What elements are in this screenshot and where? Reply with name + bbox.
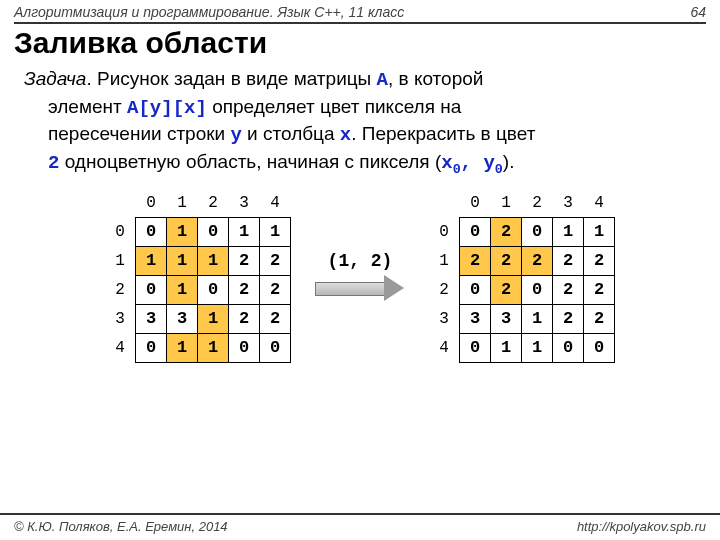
- matrix-left: 01234001011111122201022333122401100: [105, 189, 291, 363]
- matrix-cell: 2: [522, 246, 553, 275]
- matrix-cell: 1: [491, 333, 522, 362]
- col-header: 3: [229, 189, 260, 218]
- page-number: 64: [690, 4, 706, 20]
- col-header: 0: [136, 189, 167, 218]
- row-header: 3: [105, 304, 136, 333]
- matrix-cell: 0: [522, 217, 553, 246]
- col-header: 1: [491, 189, 522, 218]
- arrow-icon: [315, 275, 405, 301]
- matrix-cell: 1: [167, 333, 198, 362]
- row-header: 1: [429, 246, 460, 275]
- matrix-cell: 2: [260, 246, 291, 275]
- matrix-cell: 2: [584, 304, 615, 333]
- matrix-cell: 0: [198, 217, 229, 246]
- matrix-cell: 0: [136, 333, 167, 362]
- start-pixel-label: (1, 2): [328, 251, 393, 271]
- row-header: 2: [105, 275, 136, 304]
- row-header: 4: [105, 333, 136, 362]
- matrix-cell: 3: [491, 304, 522, 333]
- col-header: 1: [167, 189, 198, 218]
- var-y: y: [230, 124, 241, 146]
- matrix-cell: 0: [584, 333, 615, 362]
- matrix-cell: 0: [522, 275, 553, 304]
- matrix-cell: 0: [553, 333, 584, 362]
- page-title: Заливка области: [14, 26, 706, 60]
- matrix-cell: 1: [522, 304, 553, 333]
- matrix-cell: 2: [260, 275, 291, 304]
- matrix-right: 01234002011122222202022333122401100: [429, 189, 615, 363]
- col-header: 2: [522, 189, 553, 218]
- task-lead: Задача: [24, 68, 86, 89]
- task-text: Задача. Рисунок задан в виде матрицы A, …: [24, 66, 696, 179]
- matrix-cell: 2: [553, 304, 584, 333]
- matrix-cell: 2: [491, 275, 522, 304]
- slide-header: Алгоритмизация и программирование. Язык …: [0, 0, 720, 20]
- matrix-cell: 0: [136, 275, 167, 304]
- col-header: 2: [198, 189, 229, 218]
- color-2: 2: [48, 152, 59, 174]
- matrix-cell: 2: [229, 304, 260, 333]
- row-header: 2: [429, 275, 460, 304]
- matrix-cell: 0: [460, 275, 491, 304]
- copyright-label: © К.Ю. Поляков, Е.А. Еремин, 2014: [14, 519, 228, 534]
- matrix-cell: 2: [491, 217, 522, 246]
- matrix-cell: 2: [229, 275, 260, 304]
- var-x: x: [340, 124, 351, 146]
- matrix-cell: 0: [136, 217, 167, 246]
- matrix-cell: 1: [229, 217, 260, 246]
- matrix-cell: 0: [229, 333, 260, 362]
- matrix-cell: 0: [460, 333, 491, 362]
- row-header: 4: [429, 333, 460, 362]
- matrix-cell: 1: [198, 304, 229, 333]
- matrix-cell: 2: [460, 246, 491, 275]
- row-header: 3: [429, 304, 460, 333]
- matrix-cell: 2: [260, 304, 291, 333]
- matrix-cell: 1: [553, 217, 584, 246]
- matrix-cell: 2: [584, 246, 615, 275]
- col-header: 0: [460, 189, 491, 218]
- var-Ayx: A[y][x]: [127, 97, 207, 119]
- matrix-cell: 2: [584, 275, 615, 304]
- row-header: 1: [105, 246, 136, 275]
- matrix-cell: 1: [198, 333, 229, 362]
- col-header: 4: [584, 189, 615, 218]
- matrix-cell: 0: [198, 275, 229, 304]
- matrix-cell: 3: [136, 304, 167, 333]
- transform-arrow-block: (1, 2): [315, 251, 405, 301]
- matrix-cell: 1: [136, 246, 167, 275]
- matrix-cell: 1: [167, 217, 198, 246]
- matrix-cell: 3: [460, 304, 491, 333]
- matrix-cell: 0: [260, 333, 291, 362]
- matrix-cell: 2: [553, 246, 584, 275]
- matrix-cell: 2: [553, 275, 584, 304]
- divider-top: [14, 22, 706, 24]
- matrix-cell: 1: [584, 217, 615, 246]
- matrix-cell: 0: [460, 217, 491, 246]
- var-A: A: [377, 69, 388, 91]
- row-header: 0: [105, 217, 136, 246]
- matrix-cell: 1: [260, 217, 291, 246]
- col-header: 4: [260, 189, 291, 218]
- matrix-cell: 2: [229, 246, 260, 275]
- slide-footer: © К.Ю. Поляков, Е.А. Еремин, 2014 http:/…: [0, 513, 720, 540]
- row-header: 0: [429, 217, 460, 246]
- matrix-cell: 1: [522, 333, 553, 362]
- course-label: Алгоритмизация и программирование. Язык …: [14, 4, 404, 20]
- matrix-cell: 1: [167, 275, 198, 304]
- matrices-area: 01234001011111122201022333122401100 (1, …: [0, 189, 720, 363]
- url-label: http://kpolyakov.spb.ru: [577, 519, 706, 534]
- matrix-cell: 3: [167, 304, 198, 333]
- matrix-cell: 1: [198, 246, 229, 275]
- col-header: 3: [553, 189, 584, 218]
- matrix-cell: 2: [491, 246, 522, 275]
- matrix-cell: 1: [167, 246, 198, 275]
